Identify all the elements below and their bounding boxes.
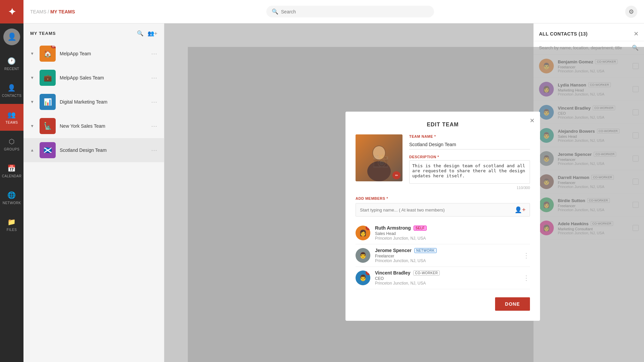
team-thumbnail: 💼 — [40, 70, 56, 86]
member-info: Jerome Spencer NETWORK Freelancer Prince… — [375, 248, 518, 263]
member-location: Princeton Junction, NJ, USA — [375, 258, 518, 263]
settings-button[interactable]: ⚙ — [625, 6, 637, 18]
team-name-input[interactable] — [409, 140, 530, 149]
chevron-down-icon: ▼ — [30, 100, 36, 104]
chevron-down-icon: ▼ — [30, 51, 36, 56]
contacts-panel-title: ALL CONTACTS (13) — [539, 31, 588, 37]
member-avatar: 👨 — [356, 248, 370, 263]
search-teams-button[interactable]: 🔍 — [137, 30, 144, 37]
member-badge: ✏ — [366, 270, 370, 275]
member-avatar: 👨 ✏ — [356, 270, 370, 285]
team-badge: 0+ — [51, 46, 56, 48]
team-thumbnail: 📊 — [40, 94, 56, 110]
user-avatar[interactable]: 👤 — [3, 28, 20, 45]
team-thumbnail: 🗽 — [40, 118, 56, 134]
close-contacts-button[interactable]: ✕ — [634, 30, 639, 38]
member-role: Freelancer — [375, 254, 518, 258]
member-role: CEO — [375, 276, 518, 281]
teams-panel: MY TEAMS 🔍 👥+ ▼ 🏠 0+ MelpApp Team ··· ▼ — [23, 23, 164, 362]
team-item[interactable]: ▼ 📊 Digital Marketing Team ··· — [23, 90, 164, 114]
edit-image-button[interactable]: ✏ — [392, 171, 400, 179]
team-name: Digital Marketing Team — [60, 99, 147, 105]
contacts-icon: 👤 — [7, 84, 16, 92]
search-input[interactable] — [281, 9, 429, 14]
member-search-input[interactable] — [360, 207, 512, 213]
team-options-button[interactable]: ··· — [151, 147, 157, 154]
member-role: Sales Head — [375, 231, 530, 236]
member-name: Ruth Armstrong — [375, 225, 411, 231]
modal-fields: TEAM NAME * DESCRIPTION * This is the de… — [409, 134, 530, 190]
member-options-button[interactable]: ⋮ — [523, 274, 530, 282]
member-item: 👨 Jerome Spencer NETWORK Freelancer Prin… — [356, 244, 530, 267]
team-thumbnail: 🏠 0+ — [40, 46, 56, 62]
sidebar-item-files[interactable]: 📁 FILES — [0, 211, 23, 238]
modal-top-section: 📸 ✏ TEAM NAME * — [356, 134, 530, 190]
breadcrumb: TEAMS / MY TEAMS — [30, 9, 75, 14]
center-region: EDIT TEAM ✕ — [164, 23, 533, 362]
team-item[interactable]: ▲ 🏴󠁧󠁢󠁳󠁣󠁴󠁿 Scotland Design Team ··· — [23, 138, 164, 162]
files-icon: 📁 — [7, 218, 16, 226]
sidebar-item-network[interactable]: 🌐 NetWorK — [0, 184, 23, 211]
done-button[interactable]: DONE — [495, 297, 530, 311]
left-sidebar: ✦ 👤 🕐 RECENT 👤 CONTACTS 👥 TEAMS ⬡ GrouPs… — [0, 0, 23, 362]
search-icon: 🔍 — [272, 8, 278, 15]
modal-close-button[interactable]: ✕ — [530, 117, 535, 124]
team-item[interactable]: ▼ 🏠 0+ MelpApp Team ··· — [23, 42, 164, 66]
member-name: Vincent Bradley — [375, 270, 411, 276]
sidebar-item-contacts[interactable]: 👤 CONTACTS — [0, 77, 23, 104]
team-options-button[interactable]: ··· — [151, 123, 157, 130]
chevron-down-icon: ▼ — [30, 124, 36, 128]
team-thumbnail: 🏴󠁧󠁢󠁳󠁣󠁴󠁿 — [40, 142, 56, 158]
sidebar-item-label: CONTACTS — [2, 94, 21, 98]
team-item[interactable]: ▼ 💼 MelpApp Sales Team ··· — [23, 66, 164, 90]
member-search-box[interactable]: 👤+ — [356, 203, 530, 217]
add-member-button[interactable]: 👤+ — [515, 206, 526, 214]
sidebar-item-label: FILES — [7, 228, 17, 232]
sidebar-item-label: NetWorK — [3, 201, 21, 205]
member-info: Vincent Bradley CO-WORKER CEO Princeton … — [375, 270, 518, 286]
sidebar-item-label: TEAMS — [6, 121, 18, 124]
team-options-button[interactable]: ··· — [151, 74, 157, 81]
team-name-label: TEAM NAME * — [409, 134, 530, 138]
sidebar-item-teams[interactable]: 👥 TEAMS — [0, 104, 23, 131]
team-options-button[interactable]: ··· — [151, 99, 157, 106]
top-bar: TEAMS / MY TEAMS 🔍 ⚙ — [23, 0, 644, 23]
modal-title: EDIT TEAM — [356, 122, 530, 128]
member-info: Ruth Armstrong SELF Sales Head Princeton… — [375, 225, 530, 241]
member-item: 👨 ✏ Vincent Bradley CO-WORKER CEO Prince… — [356, 267, 530, 289]
team-name: New York Sales Team — [60, 123, 147, 129]
member-name: Jerome Spencer — [375, 248, 412, 253]
team-item[interactable]: ▼ 🗽 New York Sales Team ··· — [23, 114, 164, 138]
team-name: MelpApp Team — [60, 51, 147, 56]
sidebar-item-groups[interactable]: ⬡ GrouPs — [0, 131, 23, 158]
add-members-label: ADD MEMBERS * — [356, 196, 530, 200]
calendar-icon: 📅 — [7, 164, 16, 172]
teams-icon: 👥 — [7, 111, 16, 119]
main-area: TEAMS / MY TEAMS 🔍 ⚙ MY TEAMS 🔍 👥+ ▼ — [23, 0, 644, 362]
add-team-button[interactable]: 👥+ — [148, 30, 157, 37]
sidebar-item-calendar[interactable]: 📅 CALENDAR — [0, 158, 23, 184]
description-textarea[interactable]: This is the design team of scotland and … — [409, 160, 530, 184]
chevron-down-icon: ▼ — [30, 75, 36, 80]
search-bar[interactable]: 🔍 — [266, 6, 434, 17]
team-options-button[interactable]: ··· — [151, 50, 157, 57]
member-tag: CO-WORKER — [413, 270, 440, 276]
app-logo[interactable]: ✦ — [0, 0, 23, 23]
member-tag: NETWORK — [414, 248, 437, 253]
teams-header: MY TEAMS 🔍 👥+ — [23, 30, 164, 42]
member-item: 👩 ✏ Ruth Armstrong SELF Sales Head Princ… — [356, 222, 530, 244]
teams-actions: 🔍 👥+ — [137, 30, 157, 37]
contacts-header: ALL CONTACTS (13) ✕ — [534, 23, 644, 41]
char-count: 110/300 — [409, 186, 530, 190]
groups-icon: ⬡ — [9, 137, 15, 145]
svg-text:📸: 📸 — [372, 152, 389, 168]
member-tag: SELF — [414, 226, 427, 231]
sidebar-item-label: CALENDAR — [2, 174, 21, 178]
sidebar-item-label: GrouPs — [4, 147, 19, 151]
content-area: MY TEAMS 🔍 👥+ ▼ 🏠 0+ MelpApp Team ··· ▼ — [23, 23, 644, 362]
member-avatar: 👩 ✏ — [356, 226, 370, 240]
teams-panel-title: MY TEAMS — [30, 31, 56, 36]
member-options-button[interactable]: ⋮ — [523, 251, 530, 259]
recent-icon: 🕐 — [7, 57, 16, 65]
sidebar-item-recent[interactable]: 🕐 RECENT — [0, 50, 23, 77]
